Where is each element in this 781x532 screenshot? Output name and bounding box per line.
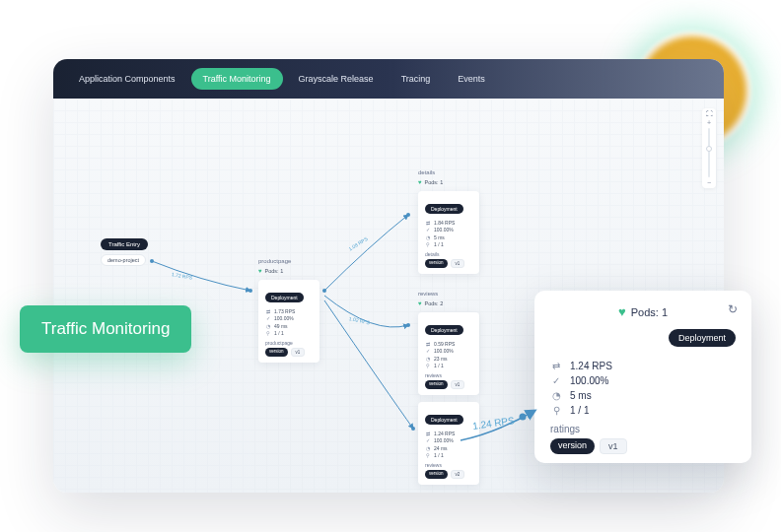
version-value: v1 <box>600 438 627 454</box>
deployment-tag: Deployment <box>425 415 463 425</box>
stat-success: ✓100.00% <box>425 227 472 233</box>
pods-badge: ♥Pods: 2 <box>418 300 443 306</box>
top-navigation: Application Components Traffic Monitorin… <box>53 59 724 99</box>
project-name[interactable]: demo-project <box>101 254 146 266</box>
stat-rps: ⇄1.24 RPS <box>550 361 736 371</box>
tab-application-components[interactable]: Application Components <box>67 68 187 90</box>
subservice-name: productpage <box>265 340 313 346</box>
check-icon: ✓ <box>550 375 562 386</box>
detail-subservice: ratings <box>550 424 736 434</box>
service-card-reviews-v2[interactable]: Deployment ⇄1.24 RPS ✓100.00% ◔24 ms ⚲1 … <box>418 402 479 485</box>
stat-instances: ⚲1 / 1 <box>425 241 472 247</box>
service-card-productpage[interactable]: Deployment ⇄1.73 RPS ✓100.00% ◔49 ms ⚲1 … <box>258 280 320 363</box>
stat-success: ✓100.00% <box>265 315 313 321</box>
heart-icon: ♥ <box>618 304 626 319</box>
clock-icon: ◔ <box>265 323 271 329</box>
service-title-details: details <box>418 169 435 175</box>
service-title-productpage: productpage <box>258 258 291 264</box>
deployment-tag: Deployment <box>669 329 736 347</box>
subservice-name: reviews <box>425 372 472 378</box>
pods-count: Pods: 2 <box>425 300 444 306</box>
stat-success: ✓100.00% <box>425 437 472 443</box>
stat-rps: ⇄1.73 RPS <box>265 308 313 314</box>
pods-count: Pods: 1 <box>265 268 284 274</box>
person-icon: ⚲ <box>550 405 562 416</box>
stat-latency: ◔5 ms <box>550 390 736 401</box>
detail-header: ♥ Pods: 1 ↻ <box>550 304 736 319</box>
tab-events[interactable]: Events <box>446 68 497 90</box>
version-row: versionv2 <box>425 470 472 479</box>
tab-traffic-monitoring[interactable]: Traffic Monitoring <box>191 68 283 90</box>
detail-stats: ⇄1.24 RPS ✓100.00% ◔5 ms ⚲1 / 1 <box>550 347 736 416</box>
detail-panel: 1.24 RPS ♥ Pods: 1 ↻ Deployment ⇄1.24 RP… <box>534 291 751 463</box>
person-icon: ⚲ <box>265 330 271 336</box>
version-row: versionv1 <box>425 259 472 268</box>
stat-success: ✓100.00% <box>550 375 736 386</box>
stat-latency: ◔23 ms <box>425 356 472 362</box>
zoom-slider[interactable] <box>708 128 710 177</box>
service-card-details[interactable]: Deployment ⇄1.84 RPS ✓100.00% ◔5 ms ⚲1 /… <box>418 191 479 274</box>
clock-icon: ◔ <box>550 390 562 401</box>
stat-rps: ⇄1.84 RPS <box>425 220 472 226</box>
zoom-control: ⛶ + − <box>702 108 716 188</box>
heart-icon: ♥ <box>418 300 422 306</box>
rps-icon: ⇄ <box>265 308 271 314</box>
stat-latency: ◔49 ms <box>265 323 313 329</box>
stat-instances: ⚲1 / 1 <box>265 330 313 336</box>
subservice-name: details <box>425 251 472 257</box>
rps-icon: ⇄ <box>550 361 562 371</box>
check-icon: ✓ <box>265 315 271 321</box>
detail-version-row: version v1 <box>550 438 736 454</box>
deployment-tag: Deployment <box>425 204 463 214</box>
zoom-fit-button[interactable]: ⛶ <box>706 110 713 117</box>
stat-latency: ◔5 ms <box>425 234 472 240</box>
stat-instances: ⚲1 / 1 <box>550 405 736 416</box>
pods-badge: ♥Pods: 1 <box>258 268 283 274</box>
stat-success: ✓100.00% <box>425 348 472 354</box>
version-label: version <box>550 438 595 454</box>
deployment-tag: Deployment <box>265 293 304 302</box>
service-title-reviews: reviews <box>418 291 438 297</box>
stat-instances: ⚲1 / 1 <box>425 452 472 458</box>
detail-pods: Pods: 1 <box>631 306 668 318</box>
zoom-thumb[interactable] <box>706 146 712 152</box>
pods-badge: ♥Pods: 1 <box>418 179 443 185</box>
heart-icon: ♥ <box>258 268 262 274</box>
heart-icon: ♥ <box>418 179 422 185</box>
stat-rps: ⇄0.59 RPS <box>425 341 472 347</box>
tab-tracing[interactable]: Tracing <box>390 68 443 90</box>
feature-badge: Traffic Monitoring <box>20 305 191 353</box>
subservice-name: reviews <box>425 462 472 468</box>
tab-grayscale-release[interactable]: Grayscale Release <box>287 68 386 90</box>
pods-count: Pods: 1 <box>425 179 444 185</box>
version-row: versionv1 <box>265 348 313 357</box>
zoom-in-button[interactable]: + <box>707 119 711 126</box>
stat-instances: ⚲1 / 1 <box>425 363 472 368</box>
version-row: versionv1 <box>425 380 472 389</box>
service-card-reviews[interactable]: Deployment ⇄0.59 RPS ✓100.00% ◔23 ms ⚲1 … <box>418 312 479 395</box>
stat-latency: ◔24 ms <box>425 445 472 451</box>
stat-rps: ⇄1.24 RPS <box>425 431 472 436</box>
traffic-entry-label: Traffic Entry <box>101 238 148 250</box>
refresh-button[interactable]: ↻ <box>728 302 738 316</box>
zoom-out-button[interactable]: − <box>707 179 711 186</box>
deployment-tag: Deployment <box>425 325 463 335</box>
